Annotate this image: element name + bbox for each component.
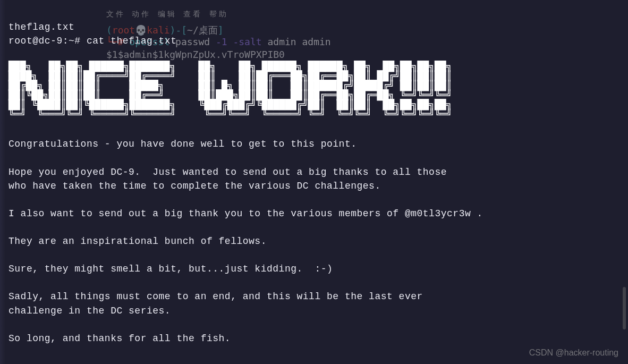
shell-prompt: root@dc-9:~#	[9, 36, 87, 46]
flag-body-text: Congratulations - you have done well to …	[9, 139, 483, 343]
ascii-art-banner: ███╗ ██╗██╗ ██████╗███████╗ ██╗ ██╗ ████…	[9, 52, 623, 119]
scrollbar-thumb[interactable]	[623, 287, 626, 329]
scrollbar-track[interactable]	[622, 0, 626, 364]
watermark-text: CSDN @hacker-routing	[529, 348, 618, 358]
shell-command: cat theflag.txt	[87, 36, 177, 46]
terminal-output[interactable]: theflag.txt root@dc-9:~# cat theflag.txt…	[9, 6, 623, 345]
sidebar-edge	[0, 0, 5, 364]
filename-line: theflag.txt	[9, 22, 74, 32]
